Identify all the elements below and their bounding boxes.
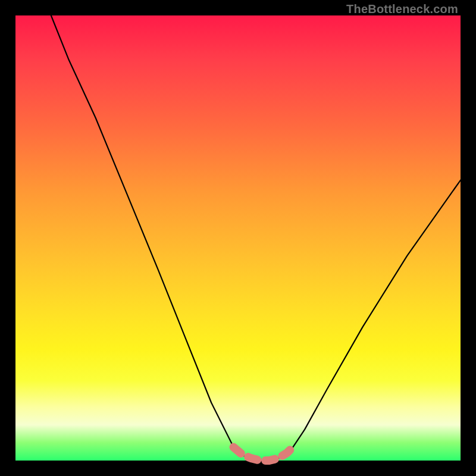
curve-layer <box>15 15 461 461</box>
plot-area <box>15 15 461 461</box>
bottleneck-curve <box>51 15 461 461</box>
attribution-text: TheBottleneck.com <box>346 2 458 16</box>
chart-frame: TheBottleneck.com <box>0 0 476 476</box>
sweet-spot-marker <box>234 446 294 461</box>
